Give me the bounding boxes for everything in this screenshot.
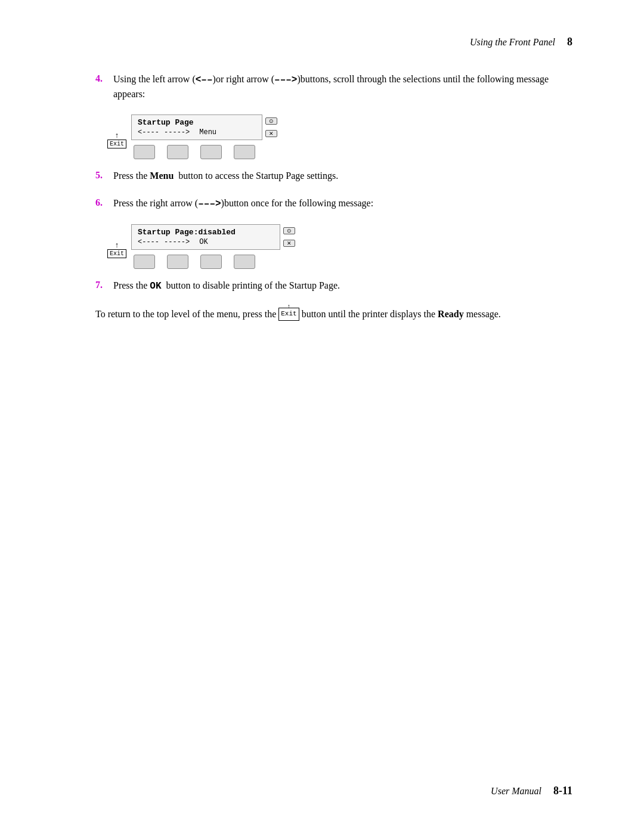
exit-label-box-1: Exit: [107, 140, 126, 148]
step-5-number: 5.: [95, 170, 113, 181]
ok-bold-mono: OK: [150, 281, 161, 292]
diagram-1: ↑ Exit Startup Page <---- -----> Menu: [107, 114, 572, 159]
page-footer: User Manual 8-11: [0, 785, 644, 797]
step-7: 7. Press the OK button to disable printi…: [95, 278, 572, 293]
right-arrow-symbol-2: –––>: [198, 199, 221, 209]
lower-btn-2a: [134, 255, 155, 269]
step-7-number: 7.: [95, 280, 113, 290]
lower-btn-1a: [134, 145, 155, 159]
lcd-line2-2: <---- -----> OK: [138, 238, 274, 246]
step-4-text: Using the left arrow (<––)or right arrow…: [113, 72, 572, 101]
lower-btn-1b: [167, 145, 188, 159]
footer-title: User Manual: [491, 786, 541, 797]
panel-diagram-2: Startup Page:disabled <---- -----> OK ⊙: [131, 224, 295, 269]
header-page-number: 8: [567, 36, 572, 48]
side-btn-rect-check-1: ⊙: [265, 117, 277, 125]
final-paragraph: To return to the top level of the menu, …: [95, 306, 572, 322]
panel-lower-1: [131, 145, 277, 159]
exit-side-1: ↑ Exit: [107, 114, 126, 148]
x-icon-1: ✕: [269, 131, 274, 137]
side-btn-rect-x-1: ✕: [265, 130, 277, 137]
lower-btn-2b: [167, 255, 188, 269]
exit-side-2: ↑ Exit: [107, 224, 126, 258]
step-6: 6. Press the right arrow (–––>)button on…: [95, 196, 572, 211]
lcd-line1-1: Startup Page: [138, 118, 256, 127]
page-container: Using the Front Panel 8 4. Using the lef…: [0, 0, 644, 833]
step-7-text: Press the OK button to disable printing …: [113, 278, 572, 293]
step-6-number: 6.: [95, 197, 113, 208]
lower-btn-1c: [200, 145, 222, 159]
side-btn-check-2: ⊙: [283, 227, 295, 234]
right-arrow-symbol: –––>: [274, 75, 297, 85]
panel-diagram-1: Startup Page <---- -----> Menu ⊙: [131, 114, 277, 159]
step-4-number: 4.: [95, 73, 113, 84]
panel-upper-1: Startup Page <---- -----> Menu ⊙: [131, 114, 277, 140]
exit-up-arrow-1: ↑: [115, 131, 119, 139]
lower-btn-2d: [234, 255, 255, 269]
lcd-right-label-2: OK: [199, 238, 208, 246]
page-header: Using the Front Panel 8: [95, 36, 572, 48]
panel-lower-2: [131, 255, 295, 269]
panel-side-buttons-2: ⊙ ✕: [283, 224, 295, 250]
lcd-mid-arrow-1: ----->: [164, 128, 190, 137]
panel-upper-2: Startup Page:disabled <---- -----> OK ⊙: [131, 224, 295, 250]
ready-bold: Ready: [438, 309, 464, 319]
lower-btn-2c: [200, 255, 222, 269]
menu-bold: Menu: [150, 171, 174, 181]
step-6-text: Press the right arrow (–––>)button once …: [113, 196, 572, 211]
exit-inline-ref: ↑ Exit: [278, 307, 299, 321]
exit-up-arrow-2: ↑: [115, 241, 119, 249]
side-btn-x-1: ✕: [265, 130, 277, 137]
exit-inline-up-arrow: ↑: [287, 302, 290, 312]
step-5-text: Press the Menu button to access the Star…: [113, 169, 572, 183]
check-icon-1: ⊙: [269, 118, 274, 124]
exit-label-box-2: Exit: [107, 249, 126, 258]
left-arrow-symbol: <––: [196, 75, 213, 85]
side-btn-rect-check-2: ⊙: [283, 227, 295, 234]
panel-lcd-1: Startup Page <---- -----> Menu: [131, 114, 262, 140]
lower-btn-1d: [234, 145, 255, 159]
exit-inline-box: ↑ Exit: [278, 308, 299, 321]
side-btn-x-2: ✕: [283, 240, 295, 247]
side-btn-check-1: ⊙: [265, 117, 277, 125]
lcd-line1-2: Startup Page:disabled: [138, 228, 274, 237]
x-icon-2: ✕: [287, 240, 292, 246]
header-title: Using the Front Panel: [470, 37, 555, 48]
footer-page-number: 8-11: [553, 785, 572, 797]
side-btn-rect-x-2: ✕: [283, 240, 295, 247]
lcd-line2-1: <---- -----> Menu: [138, 128, 256, 137]
panel-lcd-2: Startup Page:disabled <---- -----> OK: [131, 224, 280, 250]
main-content: 4. Using the left arrow (<––)or right ar…: [95, 72, 572, 322]
panel-side-buttons-1: ⊙ ✕: [265, 114, 277, 140]
lcd-left-arrow-2: <----: [138, 238, 159, 246]
check-icon-2: ⊙: [287, 228, 292, 234]
lcd-left-arrow-1: <----: [138, 128, 159, 137]
step-5: 5. Press the Menu button to access the S…: [95, 169, 572, 183]
step-4: 4. Using the left arrow (<––)or right ar…: [95, 72, 572, 101]
lcd-right-label-1: Menu: [199, 128, 216, 137]
lcd-mid-arrow-2: ----->: [164, 238, 190, 246]
diagram-2: ↑ Exit Startup Page:disabled <---- -----…: [107, 224, 572, 269]
